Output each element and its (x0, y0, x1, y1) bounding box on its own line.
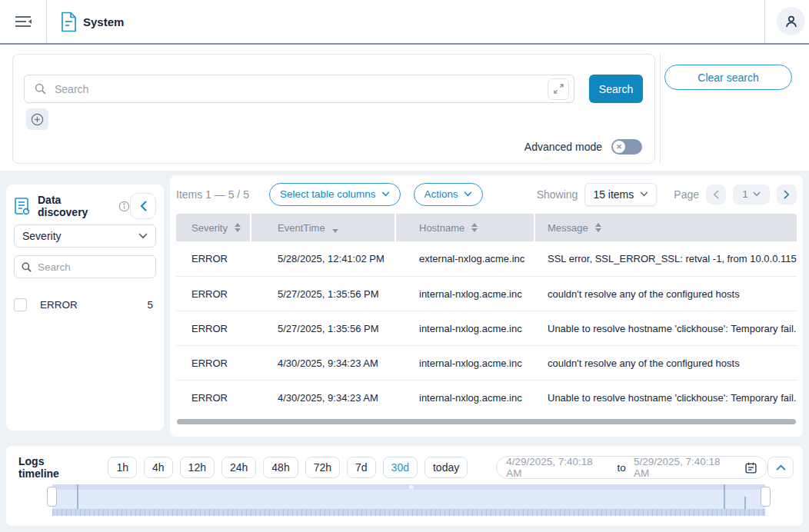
cell-severity: ERROR (176, 381, 251, 414)
cell-eventtime: 5/27/2025, 1:35:56 PM (251, 277, 396, 311)
range-button-72h[interactable]: 72h (305, 457, 340, 478)
table-row[interactable]: ERROR 4/30/2025, 9:34:23 AM internal-nxl… (176, 380, 797, 414)
facet-search-input[interactable] (38, 261, 149, 273)
document-icon (60, 12, 78, 32)
search-icon (21, 261, 32, 273)
column-label: EventTime (278, 222, 325, 234)
column-header-message[interactable]: Message (535, 214, 797, 241)
table-header-row: Severity EventTime Hostname Message (176, 214, 797, 241)
column-label: Hostname (419, 222, 464, 234)
range-button-48h[interactable]: 48h (263, 457, 298, 478)
chevron-down-icon (381, 191, 390, 197)
search-icon (34, 82, 47, 95)
cell-severity: ERROR (176, 277, 251, 311)
table-row[interactable]: ERROR 5/28/2025, 12:41:02 PM external-nx… (176, 241, 797, 276)
log-table: Severity EventTime Hostname Message (176, 214, 797, 414)
table-row[interactable]: ERROR 4/30/2025, 9:34:23 AM internal-nxl… (176, 345, 797, 380)
next-page-button[interactable] (777, 185, 797, 204)
items-summary: Items 1 — 5 / 5 (176, 188, 249, 201)
page-number-select[interactable]: 1 (733, 185, 770, 204)
range-button-24h[interactable]: 24h (221, 457, 256, 478)
page-size-value: 15 items (593, 188, 634, 201)
cell-message: couldn't resolve any of the configured h… (535, 346, 797, 380)
sort-icon (471, 223, 478, 232)
range-button-7d[interactable]: 7d (347, 457, 376, 478)
showing-label: Showing (537, 188, 578, 201)
user-avatar-button[interactable] (777, 7, 805, 35)
advanced-mode-row: Advanced mode ✕ (524, 139, 642, 155)
advanced-mode-label: Advanced mode (524, 141, 602, 153)
cell-hostname: external-nxlog.acme.inc (396, 241, 535, 276)
brush-handle-left[interactable] (47, 487, 57, 507)
sidebar-collapse-button[interactable] (130, 193, 156, 219)
cell-hostname: internal-nxlog.acme.inc (396, 277, 535, 311)
column-header-hostname[interactable]: Hostname (396, 214, 535, 241)
range-button-30d[interactable]: 30d (383, 457, 418, 478)
sort-desc-icon (332, 229, 338, 233)
brush-handle-right[interactable] (761, 487, 771, 507)
facet-item-error[interactable]: ERROR 5 (14, 292, 156, 317)
facet-search-field (14, 255, 156, 278)
time-range-buttons: 1h 4h 12h 24h 48h 72h 7d 30d today (108, 457, 468, 478)
search-button[interactable]: Search (589, 75, 643, 103)
brush-top-strip (52, 484, 765, 490)
page-size-select[interactable]: 15 items (584, 183, 657, 206)
page-body: Search Advanced mode ✕ Clear search (0, 45, 809, 532)
table-row[interactable]: ERROR 5/27/2025, 1:35:56 PM internal-nxl… (176, 276, 797, 311)
range-button-1h[interactable]: 1h (108, 457, 137, 478)
chevron-up-icon (776, 464, 786, 470)
cell-eventtime: 5/27/2025, 1:35:56 PM (251, 311, 396, 345)
info-icon[interactable] (118, 201, 130, 212)
expand-search-button[interactable] (548, 78, 569, 100)
clear-search-button[interactable]: Clear search (664, 65, 792, 90)
range-button-today[interactable]: today (424, 457, 468, 478)
field-select[interactable]: Severity (14, 224, 156, 248)
range-button-4h[interactable]: 4h (144, 457, 173, 478)
column-header-eventtime[interactable]: EventTime (251, 214, 396, 241)
page-label: Page (674, 188, 699, 201)
chevron-down-icon (138, 233, 148, 239)
advanced-mode-toggle[interactable]: ✕ (611, 139, 642, 155)
results-table-card: Items 1 — 5 / 5 Select table columns Act… (170, 175, 803, 437)
search-card: Search Advanced mode ✕ (12, 54, 655, 164)
actions-button[interactable]: Actions (414, 183, 483, 206)
search-field (24, 75, 574, 103)
current-page: 1 (742, 188, 748, 200)
cell-hostname: internal-nxlog.acme.inc (396, 311, 535, 345)
top-header: System (0, 0, 809, 45)
menu-toggle-button[interactable] (11, 12, 35, 32)
add-filter-button[interactable] (26, 108, 48, 130)
cell-message: Unable to resolve hostname 'clickhouse':… (535, 381, 797, 414)
sort-icon (595, 223, 601, 232)
search-section-divider (660, 54, 661, 164)
horizontal-scrollbar[interactable] (177, 419, 796, 424)
table-row[interactable]: ERROR 5/27/2025, 1:35:56 PM internal-nxl… (176, 311, 797, 345)
facet-checkbox[interactable] (14, 298, 27, 311)
timeline-collapse-button[interactable] (767, 457, 794, 478)
to-label: to (618, 462, 626, 474)
select-columns-button[interactable]: Select table columns (269, 183, 401, 206)
search-input[interactable] (55, 83, 548, 95)
date-range-picker[interactable]: 4/29/2025, 7:40:18 AM to 5/29/2025, 7:40… (496, 456, 767, 479)
brush-grip-icon (409, 485, 414, 489)
app-root: System (0, 0, 809, 532)
cell-message: couldn't resolve any of the configured h… (535, 277, 797, 311)
timeline-title: Logs timeline (18, 455, 87, 480)
timeline-brush[interactable] (52, 484, 765, 509)
range-button-12h[interactable]: 12h (180, 457, 215, 478)
header-divider (46, 0, 47, 43)
data-discovery-title: Data discovery (38, 194, 113, 218)
chevron-down-icon (753, 191, 761, 197)
previous-page-button[interactable] (706, 185, 726, 204)
data-discovery-header: Data discovery (14, 192, 156, 220)
logs-timeline-panel: Logs timeline 1h 4h 12h 24h 48h 72h 7d 3… (6, 446, 803, 526)
cell-severity: ERROR (176, 346, 251, 380)
data-discovery-icon (14, 197, 30, 215)
calendar-icon (744, 461, 757, 474)
cell-severity: ERROR (176, 241, 251, 276)
cell-message: SSL error, SSL_ERROR_SSL: retval -1, fro… (535, 241, 797, 276)
column-header-severity[interactable]: Severity (176, 214, 251, 241)
actions-label: Actions (424, 188, 458, 200)
cell-message: Unable to resolve hostname 'clickhouse':… (535, 311, 797, 345)
cell-eventtime: 4/30/2025, 9:34:23 AM (251, 381, 396, 414)
